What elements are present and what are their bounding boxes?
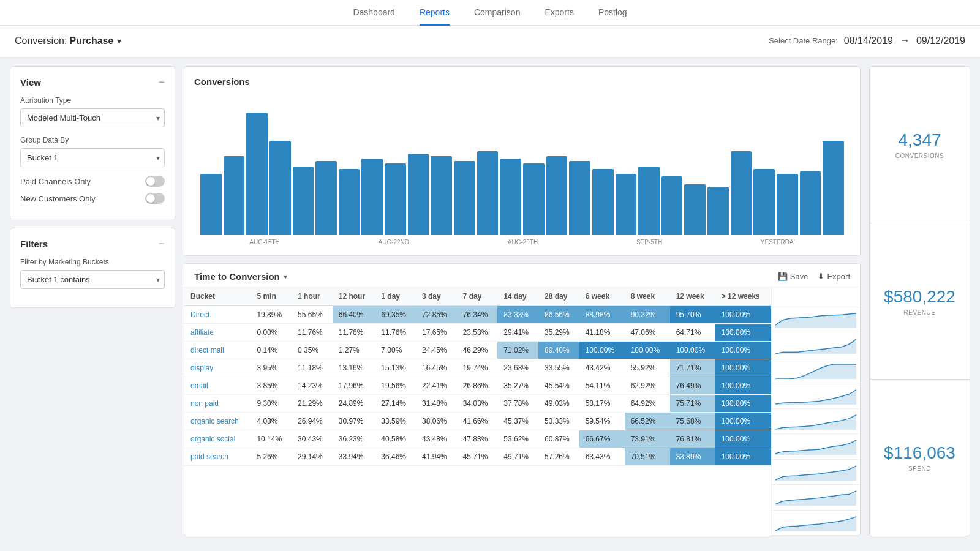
- chart-bar[interactable]: [246, 113, 268, 235]
- paid-channels-label: Paid Channels Only: [20, 177, 91, 186]
- filters-panel-minimize[interactable]: −: [158, 238, 165, 249]
- value-cell: 75.71%: [670, 395, 715, 413]
- attribution-select-wrapper: Modeled Multi-Touch Last Touch First Tou…: [20, 108, 165, 127]
- nav-item-reports[interactable]: Reports: [420, 0, 450, 26]
- nav-item-comparison[interactable]: Comparison: [474, 0, 520, 26]
- chart-bar[interactable]: [270, 141, 291, 235]
- value-cell: 76.34%: [457, 306, 498, 324]
- value-cell: 21.29%: [292, 395, 333, 413]
- chart-bar[interactable]: [431, 156, 452, 235]
- value-cell: 47.83%: [457, 430, 498, 448]
- chart-bar[interactable]: [546, 156, 568, 235]
- value-cell: 100.00%: [579, 342, 625, 359]
- bucket-cell[interactable]: Direct: [184, 306, 251, 324]
- table-col-header: 12 hour: [333, 287, 375, 306]
- table-scroll-wrap[interactable]: Bucket5 min1 hour12 hour1 day3 day7 day1…: [184, 287, 771, 536]
- chart-bar[interactable]: [569, 161, 590, 235]
- chart-bar[interactable]: [800, 171, 821, 235]
- save-button[interactable]: 💾 Save: [778, 272, 809, 281]
- chart-bar[interactable]: [385, 163, 406, 235]
- paid-channels-toggle[interactable]: [145, 176, 165, 187]
- chart-bar[interactable]: [224, 156, 245, 235]
- bucket-link[interactable]: direct mail: [190, 346, 224, 354]
- chart-bar[interactable]: [662, 176, 683, 235]
- nav-item-postlog[interactable]: Postlog: [598, 0, 627, 26]
- main-layout: View − Attribution Type Modeled Multi-To…: [0, 56, 980, 546]
- mini-chart-row: [772, 434, 860, 459]
- bucket-link[interactable]: Direct: [190, 310, 209, 319]
- nav-item-exports[interactable]: Exports: [545, 0, 573, 26]
- table-row: Direct19.89%55.65%66.40%69.35%72.85%76.3…: [184, 306, 771, 324]
- chart-bar[interactable]: [684, 184, 706, 235]
- svg-marker-2: [775, 364, 856, 379]
- table-col-header: 8 week: [625, 287, 670, 306]
- bucket-link[interactable]: email: [190, 381, 208, 390]
- bucket-link[interactable]: display: [190, 364, 213, 372]
- bucket-cell[interactable]: organic social: [184, 430, 251, 448]
- table-panel: Time to Conversion ▾ 💾 Save ⬇ Export: [184, 263, 861, 536]
- value-cell: 53.33%: [538, 413, 579, 430]
- value-cell: 72.85%: [416, 306, 457, 324]
- bucket-link[interactable]: affiliate: [190, 328, 214, 337]
- nav-item-dashboard[interactable]: Dashboard: [353, 0, 395, 26]
- mini-chart-row: [772, 332, 860, 358]
- date-start[interactable]: 08/14/2019: [844, 36, 893, 47]
- chart-bar[interactable]: [592, 169, 614, 235]
- conversions-label: CONVERSIONS: [895, 152, 944, 159]
- export-button[interactable]: ⬇ Export: [818, 272, 850, 281]
- chart-bar[interactable]: [616, 174, 637, 235]
- chart-bar[interactable]: [731, 151, 752, 236]
- bucket-cell[interactable]: display: [184, 359, 251, 377]
- table-title-dropdown-icon[interactable]: ▾: [284, 272, 287, 281]
- value-cell: 41.18%: [579, 324, 625, 342]
- chart-label: AUG-22ND: [378, 239, 409, 246]
- bucket-link[interactable]: organic search: [190, 417, 239, 425]
- value-cell: 71.02%: [497, 342, 538, 359]
- bucket-cell[interactable]: email: [184, 377, 251, 395]
- svg-marker-0: [775, 313, 856, 328]
- chart-label: AUG-15TH: [249, 239, 279, 246]
- chart-bar[interactable]: [477, 151, 499, 236]
- bucket-cell[interactable]: direct mail: [184, 342, 251, 359]
- group-select[interactable]: Bucket 1 Bucket 2: [20, 148, 165, 167]
- chart-bar[interactable]: [823, 141, 844, 235]
- value-cell: 19.89%: [251, 306, 292, 324]
- table-col-header: 1 day: [375, 287, 416, 306]
- chart-bar[interactable]: [707, 187, 729, 235]
- date-end[interactable]: 09/12/2019: [916, 36, 965, 47]
- attribution-select[interactable]: Modeled Multi-Touch Last Touch First Tou…: [20, 108, 165, 127]
- bucket-cell[interactable]: affiliate: [184, 324, 251, 342]
- bucket-link[interactable]: organic social: [190, 435, 235, 443]
- chart-bar[interactable]: [454, 161, 475, 235]
- value-cell: 22.41%: [416, 377, 457, 395]
- chart-bar[interactable]: [315, 161, 337, 235]
- value-cell: 66.52%: [625, 413, 670, 430]
- chart-bar[interactable]: [200, 174, 222, 235]
- value-cell: 55.92%: [625, 359, 670, 377]
- table-with-mini: Bucket5 min1 hour12 hour1 day3 day7 day1…: [184, 287, 860, 536]
- bucket-cell[interactable]: paid search: [184, 448, 251, 466]
- chart-bar[interactable]: [408, 154, 429, 235]
- chart-bar[interactable]: [361, 159, 383, 235]
- value-cell: 26.86%: [457, 377, 498, 395]
- bucket-cell[interactable]: organic search: [184, 413, 251, 430]
- chart-bar[interactable]: [753, 169, 775, 235]
- new-customers-toggle[interactable]: [145, 193, 165, 204]
- conversion-dropdown-icon[interactable]: ▾: [117, 36, 121, 46]
- chart-bar[interactable]: [293, 167, 314, 236]
- value-cell: 36.46%: [375, 448, 416, 466]
- filter-label: Filter by Marketing Buckets: [20, 258, 165, 266]
- value-cell: 9.30%: [251, 395, 292, 413]
- view-panel-minimize[interactable]: −: [158, 77, 165, 88]
- value-cell: 11.76%: [333, 324, 375, 342]
- chart-bar[interactable]: [777, 174, 798, 235]
- chart-bar[interactable]: [638, 167, 660, 236]
- chart-bar[interactable]: [500, 159, 521, 235]
- bucket-link[interactable]: non paid: [190, 399, 219, 408]
- filter-select[interactable]: Bucket 1 contains: [20, 270, 165, 289]
- chart-bar[interactable]: [523, 163, 545, 235]
- revenue-value: $580,222: [884, 287, 956, 307]
- bucket-cell[interactable]: non paid: [184, 395, 251, 413]
- bucket-link[interactable]: paid search: [190, 452, 228, 461]
- chart-bar[interactable]: [339, 169, 360, 235]
